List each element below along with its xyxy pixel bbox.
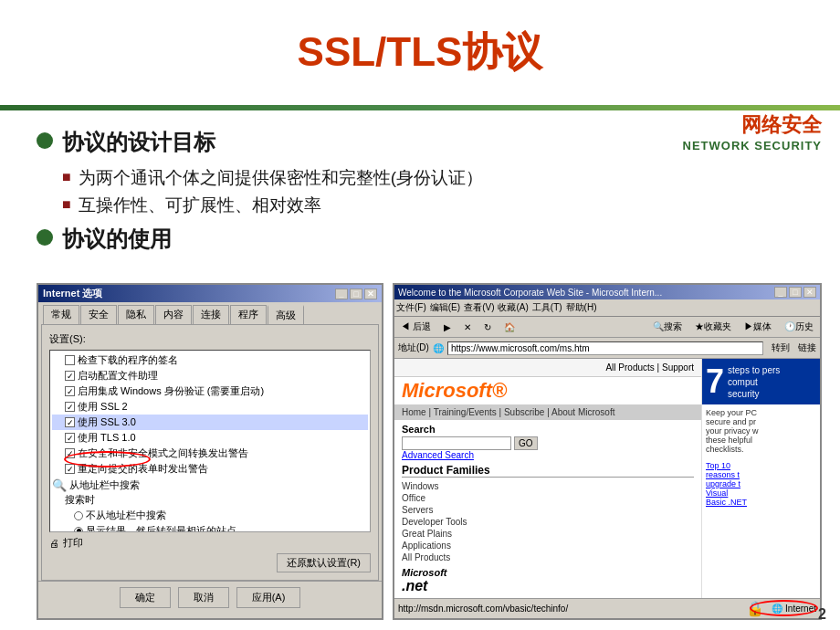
product-windows[interactable]: Windows (402, 480, 694, 492)
ms-go-search-btn[interactable]: GO (514, 436, 538, 450)
history-btn[interactable]: 🕐历史 (780, 319, 818, 335)
search-row: GO (402, 436, 694, 450)
radio-2[interactable] (74, 527, 83, 533)
checkbox-8[interactable] (65, 464, 75, 474)
setting-item-1[interactable]: 检查下载的程序的签名 (52, 352, 368, 368)
radio-1[interactable] (74, 511, 83, 520)
screenshots-area: Internet 选项 _ □ ✕ 常规 安全 隐私 内容 连接 程序 高级 设… (37, 283, 822, 620)
tab-programs[interactable]: 程序 (230, 305, 267, 324)
setting-item-8[interactable]: 重定向提交的表单时发出警告 (52, 461, 368, 477)
bullet-2-text: 协议的使用 (62, 225, 172, 254)
setting-text-7: 在安全和非安全模式之间转换发出警告 (78, 446, 248, 460)
cancel-btn[interactable]: 取消 (178, 587, 229, 608)
nav-links: Home | Training/Events | Subscribe | Abo… (402, 407, 614, 417)
checkbox-3[interactable] (65, 386, 75, 396)
advanced-search-link[interactable]: Advanced Search (402, 450, 694, 460)
section-subtitle-text: 搜索时 (65, 493, 95, 507)
checkbox-6[interactable] (65, 433, 75, 443)
tab-content[interactable]: 内容 (155, 305, 192, 324)
ms-maximize-btn[interactable]: □ (789, 287, 802, 298)
setting-item-3[interactable]: 启用集成 Windows 身份验证 (需要重启动) (52, 383, 368, 399)
restore-btn-area: 还原默认设置(R) (49, 553, 371, 572)
right-link-visual[interactable]: Visual (706, 488, 816, 498)
right-link-upgrade[interactable]: upgrade t (706, 479, 816, 488)
ms-dotnet-logo: Microsoft.net (402, 567, 447, 594)
top-bar (0, 105, 840, 110)
search-label: Search (402, 424, 694, 435)
globe-icon: 🌐 (433, 343, 444, 353)
forward-btn[interactable]: ▶ (439, 320, 456, 334)
product-allproducts[interactable]: All Products (402, 551, 694, 563)
checkbox-7[interactable] (65, 448, 75, 458)
product-devtools[interactable]: Developer Tools (402, 516, 694, 528)
sub-bullet-icon-1: ■ (62, 169, 71, 185)
radio-text-1: 不从地址栏中搜索 (86, 509, 166, 522)
back-btn[interactable]: ◀ 后退 (396, 319, 436, 335)
right-link-top10[interactable]: Top 10 (706, 461, 816, 470)
menu-edit[interactable]: 编辑(E) (430, 301, 460, 314)
menu-file[interactable]: 文件(F) (396, 301, 426, 314)
address-input[interactable] (447, 341, 763, 355)
setting-item-4[interactable]: 使用 SSL 2 (52, 399, 368, 415)
search-toolbar-btn[interactable]: 🔍搜索 (648, 319, 687, 335)
setting-item-7[interactable]: 在安全和非安全模式之间转换发出警告 (52, 446, 368, 461)
stop-btn[interactable]: ✕ (459, 320, 476, 334)
setting-item-2[interactable]: 启动配置文件助理 (52, 368, 368, 383)
tab-normal[interactable]: 常规 (43, 305, 79, 324)
lock-icon: 🔒 (742, 600, 768, 617)
tab-security[interactable]: 安全 (80, 305, 117, 324)
section-icon: 🔍 (52, 478, 67, 492)
right-link-reasons[interactable]: reasons t (706, 470, 816, 479)
slide-number: 2 (818, 606, 826, 623)
ms-toolbar: ◀ 后退 ▶ ✕ ↻ 🏠 🔍搜索 ★收藏夹 ▶媒体 🕐历史 (394, 317, 820, 338)
section-title: 从地址栏中搜索 (69, 478, 140, 492)
favorites-toolbar-btn[interactable]: ★收藏夹 (690, 319, 736, 335)
ms-menubar: 文件(F) 编辑(E) 查看(V) 收藏(A) 工具(T) 帮助(H) (394, 299, 820, 317)
radio-item-2[interactable]: 显示结果，然后转到最相近的站点 (52, 523, 368, 532)
tab-privacy[interactable]: 隐私 (118, 305, 154, 324)
close-btn[interactable]: ✕ (364, 289, 377, 299)
ms-logo: Microsoft® (402, 379, 507, 403)
ms-right-description: Keep your PCsecure and pryour privacy wt… (702, 404, 820, 457)
menu-tools[interactable]: 工具(T) (532, 301, 562, 314)
tab-connection[interactable]: 连接 (193, 305, 229, 324)
ms-minimize-btn[interactable]: _ (774, 287, 787, 298)
ms-win-controls[interactable]: _ □ ✕ (774, 287, 816, 298)
apply-btn[interactable]: 应用(A) (236, 587, 301, 608)
checkbox-1[interactable] (65, 355, 75, 365)
ie-tabs: 常规 安全 隐私 内容 连接 程序 高级 (38, 302, 382, 324)
checkbox-5[interactable] (65, 417, 75, 427)
radio-item-1[interactable]: 不从地址栏中搜索 (52, 508, 368, 523)
setting-text-8: 重定向提交的表单时发出警告 (78, 462, 208, 476)
menu-help[interactable]: 帮助(H) (566, 301, 597, 314)
tab-advanced[interactable]: 高级 (268, 305, 304, 324)
menu-view[interactable]: 查看(V) (464, 301, 494, 314)
ms-close-btn[interactable]: ✕ (803, 287, 816, 298)
product-servers[interactable]: Servers (402, 504, 694, 516)
minimize-btn[interactable]: _ (335, 289, 348, 299)
menu-favorites[interactable]: 收藏(A) (498, 301, 528, 314)
setting-item-5[interactable]: 使用 SSL 3.0 (52, 415, 368, 430)
header-links: All Products | Support (605, 362, 694, 373)
home-btn[interactable]: 🏠 (499, 320, 520, 334)
ok-btn[interactable]: 确定 (120, 587, 171, 608)
settings-list[interactable]: 检查下载的程序的签名 启动配置文件助理 启用集成 Windows 身份验证 (需… (49, 350, 371, 532)
checkbox-2[interactable] (65, 371, 75, 381)
maximize-btn[interactable]: □ (350, 289, 362, 299)
ms-status-bar: http://msdn.microsoft.com/vbasic/techinf… (394, 598, 820, 618)
setting-item-6[interactable]: 使用 TLS 1.0 (52, 430, 368, 446)
bullet-1: 协议的设计目标 (37, 128, 822, 157)
media-btn[interactable]: ▶媒体 (740, 319, 776, 335)
win-controls[interactable]: _ □ ✕ (335, 289, 377, 299)
refresh-btn[interactable]: ↻ (479, 320, 496, 334)
printing-label: 打印 (63, 536, 83, 550)
product-office[interactable]: Office (402, 492, 694, 504)
product-applications[interactable]: Applications (402, 540, 694, 551)
go-btn[interactable]: 转到 (767, 340, 794, 356)
product-greatplains[interactable]: Great Plains (402, 528, 694, 540)
right-link-basic[interactable]: Basic .NET (706, 498, 816, 507)
restore-defaults-btn[interactable]: 还原默认设置(R) (277, 553, 371, 572)
checkbox-4[interactable] (65, 402, 75, 412)
ie-options-window: Internet 选项 _ □ ✕ 常规 安全 隐私 内容 连接 程序 高级 设… (37, 283, 383, 620)
ms-search-input[interactable] (402, 436, 511, 450)
